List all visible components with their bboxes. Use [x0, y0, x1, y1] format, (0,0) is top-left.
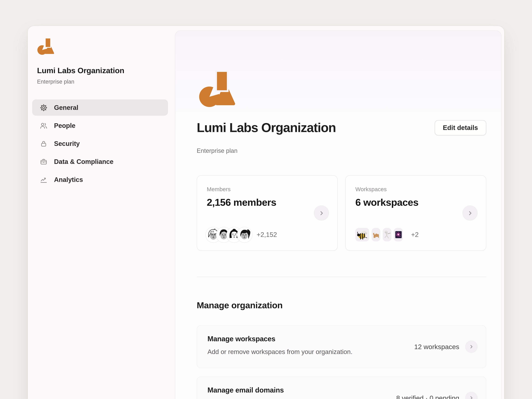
screen: Lumi Labs Organization Enterprise plan G…	[0, 0, 532, 399]
bee-emoji	[355, 228, 369, 241]
sidebar-item-people[interactable]: People	[32, 117, 168, 134]
edit-details-button[interactable]: Edit details	[435, 120, 486, 135]
avatar	[238, 228, 251, 241]
members-card-label: Members	[207, 186, 328, 193]
sidebar-item-label: Data & Compliance	[54, 158, 114, 165]
manage-organization-heading: Manage organization	[197, 300, 283, 310]
sidebar-item-label: Security	[54, 140, 80, 147]
domains-status-badge: 8 verified · 0 pending	[396, 394, 459, 399]
sidebar-item-label: People	[54, 122, 75, 129]
gear-icon	[39, 103, 48, 112]
workspaces-card[interactable]: Workspaces 6 workspaces	[345, 175, 486, 251]
members-card[interactable]: Members 2,156 members	[197, 175, 338, 251]
member-avatars	[207, 228, 248, 241]
chevron-right-icon	[318, 209, 325, 217]
section-divider	[197, 277, 486, 277]
people-icon	[39, 121, 48, 130]
sidebar: Lumi Labs Organization Enterprise plan G…	[28, 26, 175, 399]
members-overflow-count: +2,152	[257, 231, 277, 239]
workspaces-overflow-count: +2	[411, 231, 419, 238]
camel-emoji	[372, 228, 380, 241]
page-title: Lumi Labs Organization	[197, 120, 336, 135]
workspaces-count-badge: 12 workspaces	[414, 343, 459, 351]
plan-subtitle: Enterprise plan	[197, 147, 237, 155]
fireworks-emoji	[394, 228, 403, 241]
members-count: 2,156 members	[207, 197, 328, 208]
main-panel: Lumi Labs Organization Edit details Ente…	[175, 31, 502, 399]
stats-row: Members 2,156 members	[197, 175, 486, 251]
chevron-right-icon	[466, 209, 474, 217]
workspace-emoji-tiles	[355, 228, 405, 241]
app-window: Lumi Labs Organization Enterprise plan G…	[28, 26, 504, 399]
manage-email-domains-row[interactable]: Manage email domains Verify email domain…	[197, 377, 486, 399]
org-logo-large	[198, 70, 237, 108]
workspaces-count: 6 workspaces	[355, 197, 476, 208]
workspaces-card-label: Workspaces	[355, 186, 476, 193]
sidebar-item-security[interactable]: Security	[32, 135, 168, 152]
org-logo	[37, 38, 55, 55]
sidebar-item-analytics[interactable]: Analytics	[32, 171, 168, 188]
sidebar-item-label: Analytics	[54, 176, 83, 184]
members-chevron-button[interactable]	[314, 205, 329, 221]
sidebar-item-general[interactable]: General	[32, 100, 168, 116]
sidebar-nav: General People	[32, 100, 168, 190]
sidebar-org-name: Lumi Labs Organization	[37, 66, 124, 75]
manage-workspaces-row[interactable]: Manage workspaces Add or remove workspac…	[197, 325, 486, 368]
fencer-emoji	[383, 228, 392, 241]
sidebar-item-label: General	[54, 104, 78, 111]
lock-icon	[39, 139, 48, 148]
workspaces-chevron-button[interactable]	[462, 205, 478, 221]
manage-email-domains-chevron-button[interactable]	[465, 392, 478, 399]
line-chart-icon	[39, 175, 48, 184]
sidebar-item-data-compliance[interactable]: Data & Compliance	[32, 153, 168, 170]
sidebar-org-plan: Enterprise plan	[37, 79, 74, 85]
manage-workspaces-chevron-button[interactable]	[465, 341, 478, 353]
briefcase-icon	[39, 157, 48, 166]
